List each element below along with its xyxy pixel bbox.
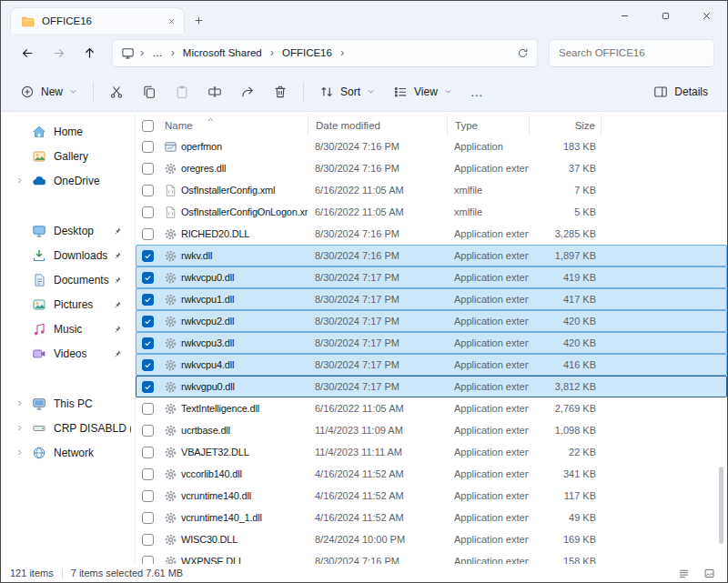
breadcrumb-chevron[interactable]: › [339, 46, 346, 59]
forward-button[interactable] [45, 39, 72, 66]
file-row-wxpnse-dll[interactable]: WXPNSE.DLL 8/30/2024 7:16 PM Application… [136, 550, 727, 564]
sidebar-item-network[interactable]: Network [5, 440, 131, 465]
row-checkbox[interactable] [142, 185, 154, 196]
sidebar-item-desktop[interactable]: Desktop [5, 218, 131, 243]
details-view-button[interactable] [674, 566, 693, 580]
sidebar-item-pictures[interactable]: Pictures [5, 292, 131, 317]
sidebar-item-this-pc[interactable]: This PC [5, 391, 131, 416]
file-row-rwkvgpu0-dll[interactable]: rwkvgpu0.dll 8/30/2024 7:17 PM Applicati… [136, 376, 727, 397]
row-checkbox[interactable] [142, 425, 154, 437]
file-row-oregres-dll[interactable]: oregres.dll 8/30/2024 7:16 PM Applicatio… [136, 157, 727, 179]
tab-office16[interactable]: OFFICE16 [10, 7, 185, 34]
view-button[interactable]: View [385, 77, 460, 106]
row-checkbox[interactable] [142, 163, 154, 175]
copy-button[interactable] [134, 77, 165, 106]
row-checkbox[interactable] [142, 534, 154, 546]
sidebar-item-onedrive[interactable]: OneDrive [5, 168, 131, 193]
row-checkbox[interactable] [142, 381, 154, 393]
file-row-osfinstallerconfig-xml[interactable]: OsfInstallerConfig.xml 6/16/2022 11:05 A… [136, 179, 727, 201]
sidebar-item-crp-disabld-d[interactable]: CRP DISABLD (D:) [5, 416, 131, 440]
back-button[interactable] [14, 39, 41, 66]
chevron-right-icon[interactable] [15, 424, 32, 432]
row-checkbox[interactable] [142, 228, 154, 240]
rename-button[interactable] [199, 77, 230, 106]
chevron-right-icon[interactable] [15, 176, 32, 185]
address-bar[interactable]: › … › Microsoft Shared › OFFICE16 › [112, 39, 538, 67]
breadcrumb-overflow[interactable]: … [147, 45, 168, 61]
see-more-button[interactable]: … [462, 77, 492, 106]
tab-close-icon[interactable] [167, 17, 176, 25]
breadcrumb-microsoft-shared[interactable]: Microsoft Shared [177, 45, 268, 61]
column-header-date-modified[interactable]: Date modified [308, 116, 447, 136]
column-header-type[interactable]: Type [447, 116, 529, 136]
vertical-scrollbar[interactable] [719, 112, 724, 564]
sidebar-item-home[interactable]: Home [5, 119, 131, 144]
search-input[interactable] [559, 47, 704, 58]
row-checkbox[interactable] [142, 556, 154, 565]
chevron-right-icon[interactable] [15, 226, 32, 235]
file-row-operfmon[interactable]: operfmon 8/30/2024 7:16 PM Application 1… [136, 136, 727, 157]
chevron-right-icon[interactable] [15, 399, 32, 407]
select-all-checkbox[interactable] [142, 120, 154, 132]
file-row-textintelligence-dll[interactable]: TextIntelligence.dll 6/16/2022 11:05 AM … [136, 397, 727, 419]
file-row-rwkv-dll[interactable]: rwkv.dll 8/30/2024 7:16 PM Application e… [136, 245, 727, 266]
up-button[interactable] [76, 39, 103, 66]
cut-button[interactable] [101, 77, 132, 106]
file-row-rwkvcpu3-dll[interactable]: rwkvcpu3.dll 8/30/2024 7:17 PM Applicati… [136, 332, 727, 354]
file-row-rwkvcpu0-dll[interactable]: rwkvcpu0.dll 8/30/2024 7:17 PM Applicati… [136, 266, 727, 288]
file-row-vccorlib140-dll[interactable]: vccorlib140.dll 4/16/2024 11:52 AM Appli… [136, 463, 727, 485]
share-button[interactable] [232, 77, 263, 106]
breadcrumb-chevron[interactable]: › [268, 46, 276, 59]
refresh-icon[interactable] [517, 47, 529, 59]
scrollbar-thumb[interactable] [719, 467, 723, 544]
search-box[interactable] [549, 39, 714, 67]
column-header-size[interactable]: Size [529, 116, 602, 136]
file-row-riched20-dll[interactable]: RICHED20.DLL 8/30/2024 7:16 PM Applicati… [136, 223, 727, 245]
column-header-name[interactable]: Name [159, 116, 308, 136]
chevron-right-icon[interactable] [15, 276, 32, 284]
row-checkbox[interactable] [142, 337, 154, 349]
paste-button[interactable] [167, 77, 197, 106]
file-row-vbajet32-dll[interactable]: VBAJET32.DLL 11/4/2023 11:11 AM Applicat… [136, 441, 727, 463]
sidebar-item-videos[interactable]: Videos [5, 341, 131, 366]
row-checkbox[interactable] [142, 141, 154, 153]
new-button[interactable]: New [12, 77, 86, 106]
row-checkbox[interactable] [142, 447, 154, 458]
sidebar-item-downloads[interactable]: Downloads [5, 243, 131, 267]
chevron-right-icon[interactable] [15, 448, 32, 457]
chevron-right-icon[interactable] [15, 325, 32, 333]
row-checkbox[interactable] [142, 316, 154, 327]
breadcrumb-chevron[interactable]: › [169, 46, 177, 59]
row-checkbox[interactable] [142, 512, 154, 524]
file-row-ucrtbase-dll[interactable]: ucrtbase.dll 11/4/2023 11:09 AM Applicat… [136, 419, 727, 441]
file-row-rwkvcpu4-dll[interactable]: rwkvcpu4.dll 8/30/2024 7:17 PM Applicati… [136, 354, 727, 376]
sidebar-item-documents[interactable]: Documents [5, 267, 131, 292]
breadcrumb-chevron[interactable]: › [138, 46, 146, 59]
chevron-right-icon[interactable] [15, 127, 32, 136]
file-row-rwkvcpu1-dll[interactable]: rwkvcpu1.dll 8/30/2024 7:17 PM Applicati… [136, 288, 727, 310]
file-row-osfinstallerconfigonlogon-xml[interactable]: OsfInstallerConfigOnLogon.xml 6/16/2022 … [136, 201, 727, 223]
chevron-right-icon[interactable] [15, 349, 32, 357]
sidebar-item-gallery[interactable]: Gallery [5, 144, 131, 168]
minimize-button[interactable] [604, 1, 645, 31]
sidebar-item-music[interactable]: Music [5, 317, 131, 341]
maximize-button[interactable] [645, 1, 686, 31]
chevron-right-icon[interactable] [15, 152, 32, 160]
breadcrumb-office16[interactable]: OFFICE16 [277, 45, 338, 61]
row-checkbox[interactable] [142, 468, 154, 480]
sort-button[interactable]: Sort [311, 77, 383, 106]
row-checkbox[interactable] [142, 272, 154, 284]
large-icons-view-button[interactable] [700, 566, 718, 580]
details-button[interactable]: Details [645, 77, 716, 106]
file-row-wisc30-dll[interactable]: WISC30.DLL 8/24/2024 10:00 PM Applicatio… [136, 528, 727, 550]
row-checkbox[interactable] [142, 206, 154, 218]
row-checkbox[interactable] [142, 294, 154, 306]
file-row-vcruntime140-dll[interactable]: vcruntime140.dll 4/16/2024 11:52 AM Appl… [136, 485, 727, 507]
new-tab-button[interactable] [194, 15, 204, 25]
row-checkbox[interactable] [142, 490, 154, 502]
close-button[interactable] [686, 1, 727, 31]
row-checkbox[interactable] [142, 359, 154, 371]
file-row-rwkvcpu2-dll[interactable]: rwkvcpu2.dll 8/30/2024 7:17 PM Applicati… [136, 310, 727, 332]
file-row-vcruntime140-1-dll[interactable]: vcruntime140_1.dll 4/16/2024 11:52 AM Ap… [136, 507, 727, 528]
delete-button[interactable] [265, 77, 296, 106]
